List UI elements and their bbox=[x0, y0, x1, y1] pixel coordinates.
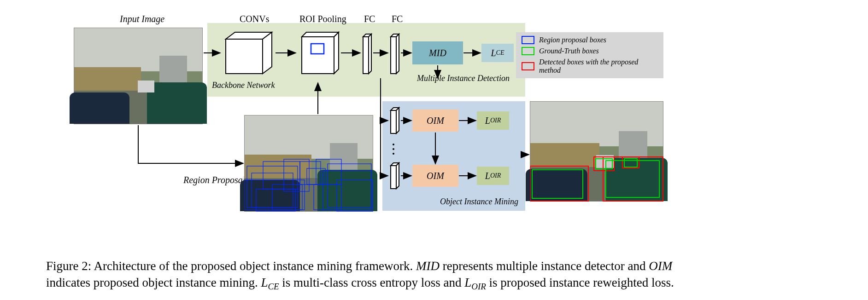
legend-item-proposal: Region proposal boxes bbox=[522, 36, 658, 44]
legend-text: Ground-Truth boxes bbox=[539, 47, 599, 55]
legend-box-icon bbox=[522, 47, 534, 55]
legend-item-detected: Detected boxes with the proposed method bbox=[522, 58, 658, 75]
architecture-diagram: Input Image CONVs ROI Pooling FC FC Back… bbox=[74, 9, 820, 239]
legend-box-icon bbox=[522, 36, 534, 44]
legend-box-icon bbox=[522, 62, 534, 70]
legend-text: Detected boxes with the proposed method bbox=[539, 58, 658, 75]
legend-item-gt: Ground-Truth boxes bbox=[522, 47, 658, 55]
figure-caption: Figure 2: Architecture of the proposed o… bbox=[46, 258, 829, 293]
legend-text: Region proposal boxes bbox=[539, 36, 606, 44]
legend: Region proposal boxes Ground-Truth boxes… bbox=[516, 32, 663, 78]
